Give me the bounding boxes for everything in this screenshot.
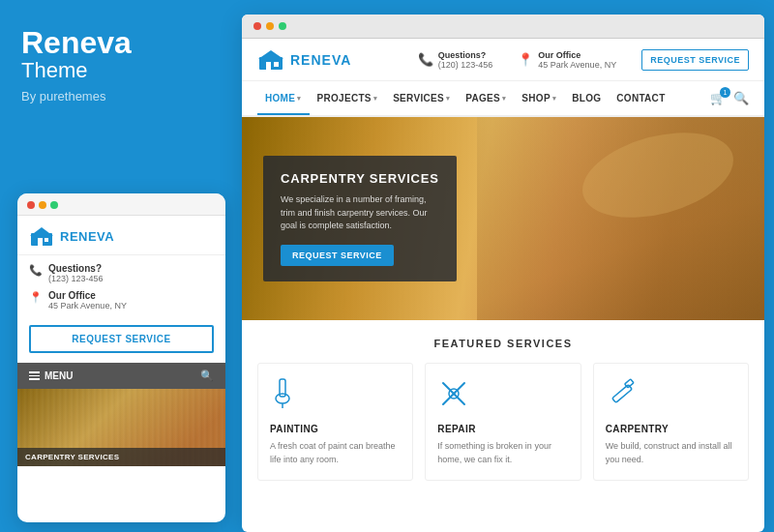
svg-marker-1	[30, 227, 53, 236]
mobile-hero-title: CARPENTRY SERVICES	[25, 453, 218, 461]
hero-description: We specialize in a number of framing, tr…	[281, 193, 439, 233]
header-questions-label: Questions?	[438, 50, 493, 60]
mobile-hero-overlay: CARPENTRY SERVICES	[17, 448, 225, 466]
dot-yellow	[39, 201, 46, 209]
site-logo-icon	[257, 48, 284, 71]
featured-section: FEATURED SERVICES PAINTING A fresh coat …	[242, 320, 764, 492]
nav-icons: 🛒 1 🔍	[710, 81, 749, 115]
hero-title: CARPENTRY SERVICES	[281, 171, 439, 186]
service-card-painting: PAINTING A fresh coat of paint can breat…	[257, 363, 413, 481]
header-request-button[interactable]: REQUEST SERVICE	[641, 49, 749, 71]
painting-name: PAINTING	[270, 424, 401, 434]
pages-arrow-icon: ▾	[502, 95, 506, 103]
mobile-office-label: Our Office	[48, 290, 127, 301]
brand-name: Reneva Theme By purethemes	[21, 27, 216, 103]
repair-icon	[437, 377, 568, 414]
phone-icon: 📞	[29, 264, 43, 277]
brand-title: Reneva	[21, 27, 216, 58]
svg-rect-2	[38, 238, 43, 246]
mobile-menu-bar: MENU 🔍	[17, 363, 225, 389]
nav-item-pages[interactable]: PAGES ▾	[458, 83, 514, 113]
svg-rect-15	[624, 379, 633, 388]
nav-item-projects[interactable]: PROJECTS ▾	[310, 83, 386, 113]
mobile-questions-label: Questions?	[48, 263, 104, 274]
mobile-hero: CARPENTRY SERVICES	[17, 389, 225, 466]
browser-top-bar	[242, 15, 764, 39]
mobile-contact-area: 📞 Questions? (123) 123-456 📍 Our Office …	[17, 255, 225, 325]
carpentry-name: CARPENTRY	[606, 424, 736, 434]
mobile-contact-item-office: 📍 Our Office 45 Park Avenue, NY	[29, 290, 214, 310]
mobile-logo-text: RENEVA	[60, 229, 114, 244]
location-icon: 📍	[29, 291, 43, 304]
mobile-logo-icon	[29, 225, 54, 247]
svg-point-9	[276, 394, 289, 403]
hamburger-icon	[29, 371, 40, 380]
service-card-carpentry: CARPENTRY We build, construct and instal…	[593, 363, 749, 481]
nav-item-services[interactable]: SERVICES ▾	[385, 83, 458, 113]
service-card-repair: REPAIR If something is broken in your ho…	[425, 363, 580, 481]
site-logo: RENEVA	[257, 48, 351, 71]
browser-dot-red	[253, 22, 261, 30]
site-hero: CARPENTRY SERVICES We specialize in a nu…	[242, 117, 764, 320]
header-address-value: 45 Park Avenue, NY	[538, 60, 616, 70]
nav-item-shop[interactable]: SHOP ▾	[514, 83, 564, 113]
browser-dot-yellow	[266, 22, 274, 30]
repair-desc: If something is broken in your home, we …	[437, 440, 568, 466]
mobile-mockup: RENEVA 📞 Questions? (123) 123-456 📍 Our …	[17, 193, 225, 522]
services-arrow-icon: ▾	[446, 95, 450, 103]
dot-red	[27, 201, 35, 209]
header-contact-office: 📍 Our Office 45 Park Avenue, NY	[518, 50, 616, 70]
svg-rect-6	[266, 62, 271, 70]
mobile-request-button[interactable]: REQUEST SERVICE	[29, 325, 214, 353]
carpentry-icon	[606, 377, 736, 414]
site-nav: HOME ▾ PROJECTS ▾ SERVICES ▾ PAGES ▾ SHO…	[242, 81, 764, 117]
svg-rect-7	[274, 62, 279, 67]
mobile-contact-item-phone: 📞 Questions? (123) 123-456	[29, 263, 214, 283]
projects-arrow-icon: ▾	[373, 95, 377, 103]
brand-by: By purethemes	[21, 89, 216, 103]
svg-rect-3	[45, 238, 48, 242]
header-location-icon: 📍	[518, 52, 533, 67]
search-button[interactable]: 🔍	[733, 91, 749, 105]
cart-button[interactable]: 🛒 1	[710, 91, 726, 105]
browser-mockup: RENEVA 📞 Questions? (120) 123-456 📍 Our …	[242, 15, 764, 532]
shop-arrow-icon: ▾	[552, 95, 556, 103]
services-grid: PAINTING A fresh coat of paint can breat…	[257, 363, 749, 481]
nav-item-blog[interactable]: BLOG	[564, 83, 609, 113]
nav-item-home[interactable]: HOME ▾	[257, 83, 310, 115]
painting-icon	[270, 377, 401, 414]
browser-dot-green	[279, 22, 286, 30]
cart-badge: 1	[720, 87, 730, 98]
left-panel: Reneva Theme By purethemes RENEVA 📞	[0, 0, 237, 532]
site-header: RENEVA 📞 Questions? (120) 123-456 📍 Our …	[242, 39, 764, 81]
repair-name: REPAIR	[437, 424, 568, 434]
dot-green	[50, 201, 58, 209]
mobile-address-value: 45 Park Avenue, NY	[48, 301, 127, 310]
mobile-header: RENEVA	[17, 216, 225, 255]
featured-title: FEATURED SERVICES	[257, 338, 749, 349]
home-arrow-icon: ▾	[297, 95, 301, 103]
header-phone-icon: 📞	[418, 52, 433, 67]
mobile-phone-value: (123) 123-456	[48, 274, 104, 283]
header-contact-phone: 📞 Questions? (120) 123-456	[418, 50, 493, 70]
painting-desc: A fresh coat of paint can breathe life i…	[270, 440, 401, 466]
carpentry-desc: We build, construct and install all you …	[606, 440, 736, 466]
header-office-label: Our Office	[538, 50, 616, 60]
mobile-menu-label[interactable]: MENU	[29, 370, 73, 381]
nav-item-contact[interactable]: CONTACT	[609, 83, 672, 113]
svg-marker-5	[258, 50, 283, 59]
hero-overlay-box: CARPENTRY SERVICES We specialize in a nu…	[263, 156, 457, 281]
header-phone-value: (120) 123-456	[438, 60, 493, 70]
mobile-top-bar	[17, 193, 225, 216]
hero-request-button[interactable]: REQUEST SERVICE	[281, 245, 394, 266]
mobile-search-icon[interactable]: 🔍	[200, 369, 214, 382]
brand-subtitle: Theme	[21, 58, 216, 83]
site-logo-text: RENEVA	[290, 52, 351, 68]
